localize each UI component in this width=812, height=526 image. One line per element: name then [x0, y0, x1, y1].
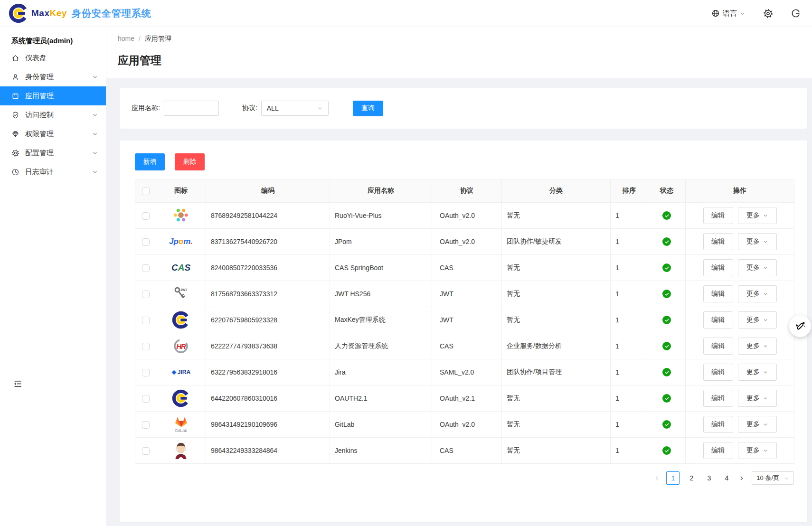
app-category: 暂无 — [502, 203, 611, 229]
sidebar-item-identity[interactable]: 身份管理 — [0, 67, 106, 86]
pagination-prev-icon — [654, 475, 660, 481]
chevron-down-icon — [763, 239, 768, 244]
app-protocol: OAuth_v2.0 — [432, 412, 502, 438]
more-button[interactable]: 更多 — [738, 364, 777, 381]
app-icon-maxkey — [171, 310, 191, 330]
breadcrumb-separator: / — [139, 35, 141, 44]
app-name: CAS SpringBoot — [330, 255, 432, 281]
add-button[interactable]: 新增 — [135, 153, 165, 170]
app-protocol: CAS — [432, 438, 502, 464]
row-checkbox[interactable] — [142, 212, 150, 220]
app-name-input[interactable] — [164, 101, 219, 116]
sidebar-item-label: 配置管理 — [25, 149, 54, 158]
app-code: 644220607860310016 — [206, 385, 330, 412]
sidebar-item-dashboard[interactable]: 仪表盘 — [0, 48, 106, 67]
pagination-page-4[interactable]: 4 — [721, 471, 732, 485]
app-icon-hr: HR — [171, 336, 191, 356]
page-size-select[interactable]: 10 条/页 — [752, 471, 794, 485]
row-checkbox[interactable] — [142, 238, 150, 246]
edit-button[interactable]: 编辑 — [703, 207, 733, 224]
menu-fold-icon[interactable] — [13, 379, 23, 389]
more-button[interactable]: 更多 — [738, 311, 777, 329]
app-name: RuoYi-Vue-Plus — [330, 203, 432, 229]
app-protocol: OAuth_v2.0 — [432, 229, 502, 255]
table-row-8: GitLab986431492190109696GitLabOAuth_v2.0… — [135, 412, 794, 438]
more-button[interactable]: 更多 — [738, 442, 777, 459]
breadcrumb: home / 应用管理 — [118, 35, 801, 44]
edit-button[interactable]: 编辑 — [703, 364, 733, 381]
row-checkbox[interactable] — [142, 317, 150, 324]
select-all-checkbox[interactable] — [142, 188, 150, 195]
table-row-1: Jpom.837136275440926720JPomOAuth_v2.0团队协… — [135, 229, 794, 255]
sidebar-item-config[interactable]: 配置管理 — [0, 143, 106, 162]
logout-icon[interactable] — [791, 9, 801, 18]
edit-button[interactable]: 编辑 — [703, 442, 733, 459]
row-checkbox[interactable] — [142, 291, 150, 298]
row-checkbox[interactable] — [142, 264, 150, 272]
sidebar-item-access[interactable]: 访问控制 — [0, 105, 106, 124]
column-header-1: 编码 — [206, 179, 330, 203]
edit-button[interactable]: 编辑 — [703, 259, 733, 276]
app-name: JWT HS256 — [330, 281, 432, 307]
shield-icon — [11, 111, 20, 119]
pagination-next-icon[interactable] — [738, 475, 745, 481]
edit-button[interactable]: 编辑 — [703, 285, 733, 302]
row-checkbox[interactable] — [142, 343, 150, 350]
sidebar-item-audit[interactable]: 日志审计 — [0, 162, 106, 181]
edit-button[interactable]: 编辑 — [703, 311, 733, 329]
breadcrumb-home-link[interactable]: home — [118, 35, 134, 44]
more-button[interactable]: 更多 — [738, 207, 777, 224]
chevron-down-icon — [92, 112, 98, 118]
chevron-down-icon — [763, 448, 768, 453]
pagination: 123410 条/页 — [135, 471, 794, 485]
settings-gear-icon[interactable] — [763, 9, 773, 19]
chevron-down-icon — [763, 291, 768, 296]
magic-wand-icon — [794, 320, 806, 332]
app-protocol: CAS — [432, 333, 502, 359]
app-icon-jpom: Jpom. — [171, 232, 191, 252]
select-all-header-cell — [135, 179, 156, 203]
sidebar-item-label: 访问控制 — [25, 111, 54, 120]
more-button[interactable]: 更多 — [738, 259, 777, 276]
table-row-3: JWT817568793663373312JWT HS256JWT暂无1编辑更多 — [135, 281, 794, 307]
row-checkbox[interactable] — [142, 369, 150, 376]
app-protocol: JWT — [432, 307, 502, 333]
chevron-down-icon — [92, 74, 98, 80]
delete-button[interactable]: 删除 — [175, 153, 205, 170]
row-checkbox[interactable] — [142, 421, 150, 429]
pagination-page-3[interactable]: 3 — [703, 471, 715, 485]
language-switcher[interactable]: 语言 — [711, 9, 745, 18]
status-enabled-icon — [662, 237, 671, 246]
pagination-page-1[interactable]: 1 — [666, 471, 680, 485]
gear-icon — [11, 149, 20, 157]
chevron-down-icon — [763, 318, 768, 322]
edit-button[interactable]: 编辑 — [703, 233, 733, 250]
row-checkbox[interactable] — [142, 395, 150, 403]
more-button[interactable]: 更多 — [738, 338, 777, 355]
query-button[interactable]: 查询 — [353, 101, 383, 116]
more-button[interactable]: 更多 — [738, 233, 777, 250]
edit-button[interactable]: 编辑 — [703, 338, 733, 355]
pagination-page-2[interactable]: 2 — [686, 471, 697, 485]
column-header-0: 图标 — [156, 179, 206, 203]
protocol-select[interactable]: ALL — [261, 101, 329, 116]
app-category: 团队协作/项目管理 — [502, 359, 611, 385]
chevron-down-icon — [317, 105, 323, 111]
row-checkbox[interactable] — [142, 447, 150, 455]
breadcrumb-current: 应用管理 — [145, 35, 171, 44]
status-enabled-icon — [662, 446, 671, 455]
edit-button[interactable]: 编辑 — [703, 416, 733, 433]
app-sort: 1 — [611, 229, 648, 255]
column-header-5: 排序 — [611, 179, 648, 203]
app-icon-maxkey — [171, 388, 191, 408]
more-button[interactable]: 更多 — [738, 390, 777, 407]
app-sort: 1 — [611, 412, 648, 438]
chevron-down-icon — [763, 265, 768, 270]
edit-button[interactable]: 编辑 — [703, 390, 733, 407]
more-button[interactable]: 更多 — [738, 285, 777, 302]
more-button[interactable]: 更多 — [738, 416, 777, 433]
app-code: 817568793663373312 — [206, 281, 330, 307]
sidebar-item-apps[interactable]: 应用管理 — [0, 86, 106, 105]
sidebar-item-permission[interactable]: 权限管理 — [0, 124, 106, 143]
magic-wand-button[interactable] — [789, 315, 811, 337]
